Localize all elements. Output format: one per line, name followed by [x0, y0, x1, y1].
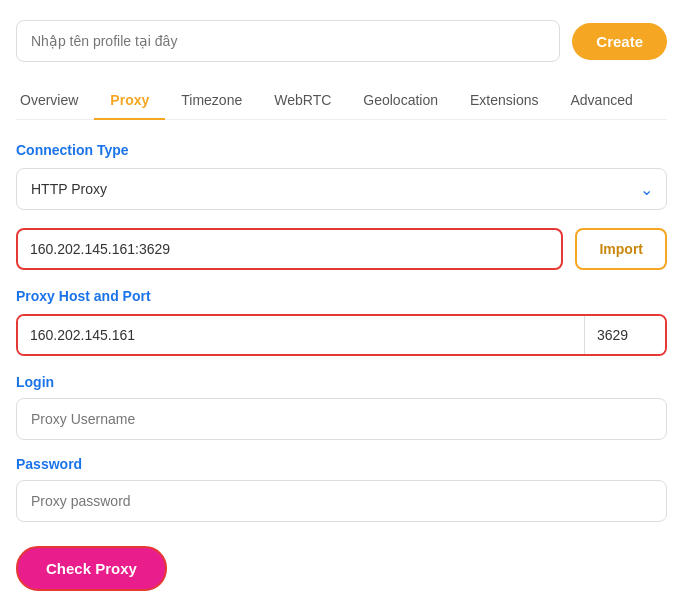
login-section: Login: [16, 374, 667, 440]
import-row: Import: [16, 228, 667, 270]
tab-geolocation[interactable]: Geolocation: [347, 82, 454, 120]
import-button[interactable]: Import: [575, 228, 667, 270]
create-button[interactable]: Create: [572, 23, 667, 60]
connection-type-dropdown-wrapper: HTTP Proxy HTTPS Proxy SOCKS4 Proxy SOCK…: [16, 168, 667, 210]
tab-webrtc[interactable]: WebRTC: [258, 82, 347, 120]
header-row: Create: [16, 20, 667, 62]
host-port-label: Proxy Host and Port: [16, 288, 667, 304]
password-label: Password: [16, 456, 667, 472]
raw-proxy-input[interactable]: [16, 228, 563, 270]
host-port-row: [16, 314, 667, 356]
username-input[interactable]: [16, 398, 667, 440]
profile-name-input[interactable]: [16, 20, 560, 62]
tab-timezone[interactable]: Timezone: [165, 82, 258, 120]
tab-overview[interactable]: Overview: [16, 82, 94, 120]
tab-advanced[interactable]: Advanced: [555, 82, 649, 120]
password-section: Password: [16, 456, 667, 522]
proxy-port-input[interactable]: [585, 316, 665, 354]
check-proxy-button[interactable]: Check Proxy: [16, 546, 167, 591]
tab-proxy[interactable]: Proxy: [94, 82, 165, 120]
connection-type-select[interactable]: HTTP Proxy HTTPS Proxy SOCKS4 Proxy SOCK…: [16, 168, 667, 210]
password-input[interactable]: [16, 480, 667, 522]
tab-extensions[interactable]: Extensions: [454, 82, 554, 120]
connection-type-label: Connection Type: [16, 142, 667, 158]
check-proxy-wrapper: Check Proxy: [16, 546, 667, 591]
proxy-host-input[interactable]: [18, 316, 584, 354]
login-label: Login: [16, 374, 667, 390]
tabs-bar: Overview Proxy Timezone WebRTC Geolocati…: [16, 82, 667, 120]
